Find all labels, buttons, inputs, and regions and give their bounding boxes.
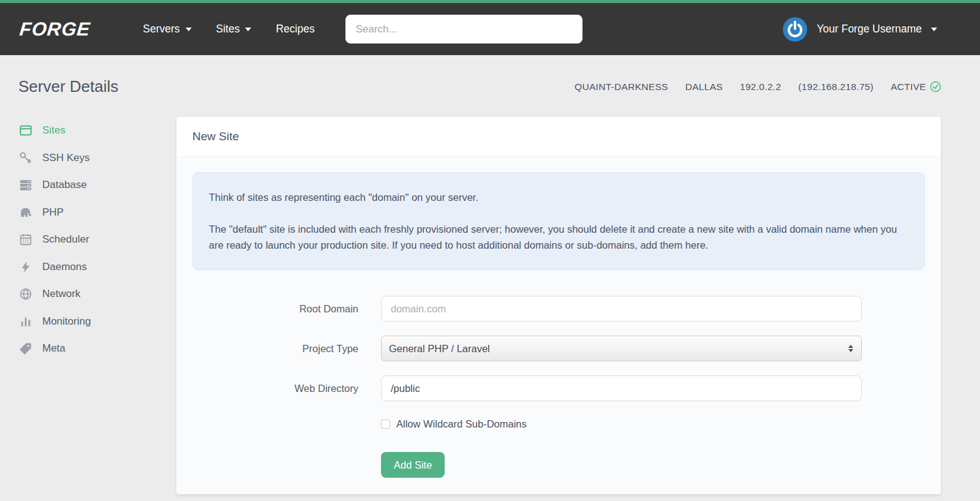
server-ip: 192.0.2.2 <box>740 81 781 92</box>
info-box: Think of sites as representing each "dom… <box>192 172 925 270</box>
tag-icon <box>18 342 33 355</box>
project-type-row: Project Type General PHP / Laravel <box>192 336 925 361</box>
web-directory-label: Web Directory <box>192 383 381 394</box>
sidebar-item-php[interactable]: PHP <box>18 199 176 227</box>
chevron-down-icon <box>186 28 192 31</box>
chevron-down-icon <box>931 28 937 31</box>
sidebar-item-ssh-keys[interactable]: SSH Keys <box>18 145 176 172</box>
new-site-card: New Site Think of sites as representing … <box>176 117 941 494</box>
server-region: DALLAS <box>685 81 723 92</box>
sidebar: SitesSSH KeysDatabasePHPSchedulerDaemons… <box>18 117 176 363</box>
root-domain-input[interactable] <box>381 296 862 322</box>
root-domain-label: Root Domain <box>192 303 381 315</box>
elephant-icon <box>18 206 33 219</box>
sidebar-item-label: SSH Keys <box>42 152 89 164</box>
wildcard-row: Allow Wildcard Sub-Domains <box>381 418 925 430</box>
new-site-form: Root Domain Project Type General PHP / L… <box>192 296 925 478</box>
sidebar-item-database[interactable]: Database <box>18 171 176 199</box>
page-title: Server Details <box>18 77 118 96</box>
info-paragraph-1: Think of sites as representing each "dom… <box>209 189 908 205</box>
wildcard-label[interactable]: Allow Wildcard Sub-Domains <box>396 418 527 430</box>
server-name: QUAINT-DARKNESS <box>575 81 668 92</box>
sidebar-item-meta[interactable]: Meta <box>18 335 176 363</box>
bolt-icon <box>18 260 33 274</box>
server-status: ACTIVE <box>891 81 941 92</box>
nav-item-label: Servers <box>143 23 179 36</box>
database-icon <box>18 178 33 192</box>
nav-item-recipes[interactable]: Recipes <box>276 23 314 36</box>
nav-menu: ServersSitesRecipes <box>143 23 314 36</box>
navbar: FORGE ServersSitesRecipes Your Forge Use… <box>0 0 980 55</box>
nav-item-sites[interactable]: Sites <box>216 23 252 36</box>
sidebar-item-label: Meta <box>42 342 66 355</box>
chevron-down-icon <box>245 28 251 31</box>
nav-item-servers[interactable]: Servers <box>143 23 191 36</box>
sidebar-item-label: Database <box>42 179 87 191</box>
forge-logo[interactable]: FORGE <box>18 18 91 40</box>
sidebar-item-sites[interactable]: Sites <box>18 117 176 145</box>
server-private-ip: (192.168.218.75) <box>798 81 873 92</box>
window-icon <box>18 124 33 137</box>
sidebar-item-label: Sites <box>42 124 66 137</box>
card-body: Think of sites as representing each "dom… <box>176 157 941 494</box>
status-label: ACTIVE <box>891 81 926 92</box>
globe-icon <box>18 287 33 301</box>
wildcard-checkbox[interactable] <box>381 420 390 429</box>
nav-item-label: Recipes <box>276 23 314 36</box>
user-menu[interactable]: Your Forge Username <box>783 17 937 42</box>
sidebar-item-monitoring[interactable]: Monitoring <box>18 308 176 336</box>
user-name: Your Forge Username <box>816 23 922 36</box>
sidebar-item-network[interactable]: Network <box>18 281 176 308</box>
project-type-select[interactable]: General PHP / Laravel <box>381 336 862 361</box>
power-avatar-icon <box>783 17 807 42</box>
web-directory-row: Web Directory <box>192 375 925 401</box>
sidebar-item-label: Monitoring <box>42 315 91 328</box>
project-type-label: Project Type <box>192 343 381 355</box>
card-title: New Site <box>176 117 941 157</box>
root-domain-row: Root Domain <box>192 296 925 322</box>
sidebar-item-label: PHP <box>42 206 64 219</box>
sidebar-item-label: Daemons <box>42 261 87 273</box>
sidebar-item-label: Scheduler <box>42 233 89 246</box>
check-circle-icon <box>930 81 941 92</box>
bar-chart-icon <box>18 315 33 328</box>
add-site-button[interactable]: Add Site <box>381 452 445 478</box>
sidebar-item-label: Network <box>42 288 80 300</box>
content: SitesSSH KeysDatabasePHPSchedulerDaemons… <box>0 117 980 501</box>
sidebar-item-scheduler[interactable]: Scheduler <box>18 226 176 254</box>
web-directory-input[interactable] <box>381 375 862 401</box>
nav-item-label: Sites <box>216 23 240 36</box>
sidebar-item-daemons[interactable]: Daemons <box>18 254 176 281</box>
calendar-icon <box>18 233 33 246</box>
page-header: Server Details QUAINT-DARKNESS DALLAS 19… <box>0 55 980 117</box>
server-info: QUAINT-DARKNESS DALLAS 192.0.2.2 (192.16… <box>575 81 941 92</box>
info-paragraph-2: The "default" site is included with each… <box>209 221 908 253</box>
key-icon <box>18 151 33 165</box>
search-input[interactable] <box>345 15 582 43</box>
